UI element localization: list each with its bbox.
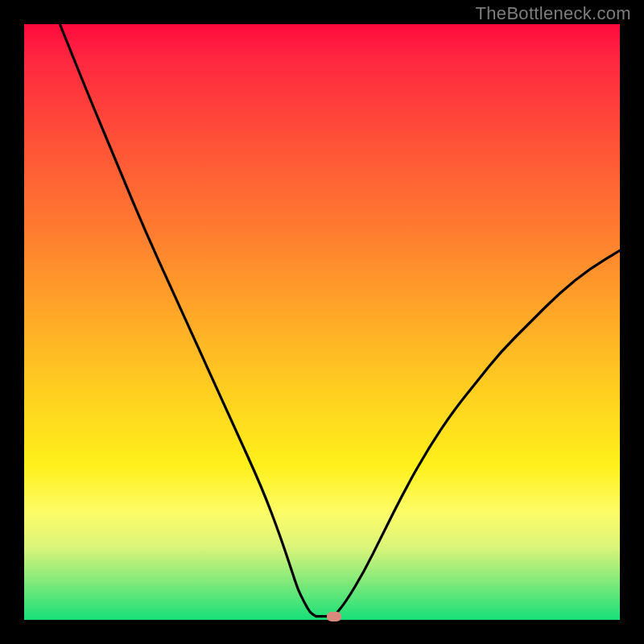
chart-frame: TheBottleneck.com bbox=[0, 0, 644, 644]
bottleneck-curve bbox=[24, 24, 620, 620]
minimum-marker bbox=[327, 612, 341, 621]
watermark-text: TheBottleneck.com bbox=[476, 3, 631, 24]
plot-area bbox=[24, 24, 620, 620]
